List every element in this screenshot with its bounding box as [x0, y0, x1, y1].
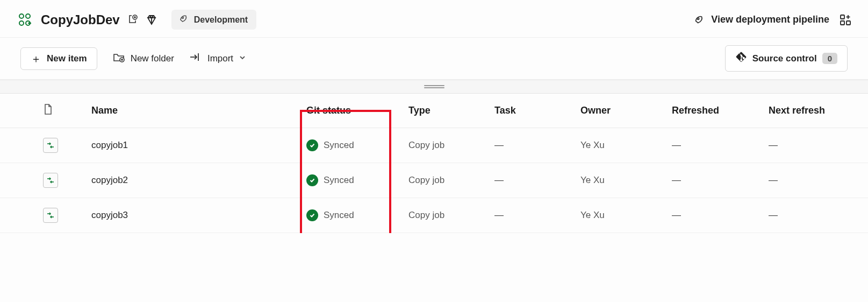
svg-rect-12 [841, 21, 844, 25]
git-status-label: Synced [324, 175, 354, 186]
rocket-icon [692, 13, 705, 26]
col-refreshed[interactable]: Refreshed [666, 94, 763, 128]
item-type: Copy job [403, 128, 489, 163]
new-folder-button[interactable]: New folder [112, 51, 174, 66]
item-owner: Ye Xu [575, 198, 666, 233]
item-task: — [489, 128, 575, 163]
table-row[interactable]: copyjob1 Synced Copy job — Ye Xu — — [0, 128, 868, 163]
create-task-icon[interactable] [127, 14, 139, 26]
item-type: Copy job [403, 198, 489, 233]
apps-icon[interactable] [839, 13, 852, 26]
item-type: Copy job [403, 163, 489, 198]
col-next-refresh[interactable]: Next refresh [763, 94, 868, 128]
item-next-refresh: — [763, 198, 868, 233]
table-header-row: Name Git status Type Task Owner Refreshe… [0, 94, 868, 128]
new-item-label: New item [47, 53, 87, 64]
svg-point-1 [26, 14, 30, 18]
stage-pill[interactable]: Development [171, 10, 256, 30]
item-name[interactable]: copyjob3 [86, 198, 301, 233]
workspace-icon [16, 11, 33, 29]
source-control-badge: 0 [822, 53, 837, 64]
item-refreshed: — [666, 198, 763, 233]
col-task[interactable]: Task [489, 94, 575, 128]
copyjob-item-icon [43, 138, 58, 153]
check-circle-icon [306, 139, 318, 151]
git-status-label: Synced [324, 210, 354, 221]
table-row[interactable]: copyjob3 Synced Copy job — Ye Xu — — [0, 198, 868, 233]
git-status: Synced [306, 174, 398, 186]
copyjob-item-icon [43, 173, 58, 188]
item-name[interactable]: copyjob2 [86, 163, 301, 198]
drag-handle-icon [424, 85, 444, 88]
new-folder-label: New folder [131, 53, 174, 64]
col-git-status[interactable]: Git status [301, 94, 403, 128]
git-status: Synced [306, 139, 398, 151]
col-owner[interactable]: Owner [575, 94, 666, 128]
item-task: — [489, 163, 575, 198]
new-item-button[interactable]: ＋ New item [20, 47, 97, 70]
item-owner: Ye Xu [575, 128, 666, 163]
page-title: CopyJobDev [41, 12, 120, 27]
svg-point-10 [698, 18, 699, 19]
git-icon [735, 51, 747, 66]
diamond-icon[interactable] [146, 14, 157, 26]
item-next-refresh: — [763, 128, 868, 163]
check-circle-icon [306, 209, 318, 221]
stage-label: Development [194, 15, 248, 25]
item-task: — [489, 198, 575, 233]
import-icon [189, 52, 202, 65]
check-circle-icon [306, 174, 318, 186]
item-refreshed: — [666, 163, 763, 198]
folder-plus-icon [112, 51, 125, 66]
plus-icon: ＋ [31, 53, 41, 64]
import-button[interactable]: Import [189, 52, 246, 65]
file-icon [38, 94, 86, 128]
copyjob-item-icon [43, 208, 58, 223]
view-pipeline-link[interactable]: View deployment pipeline [692, 13, 829, 26]
source-control-button[interactable]: Source control 0 [725, 45, 848, 72]
svg-point-9 [182, 17, 183, 19]
items-table: Name Git status Type Task Owner Refreshe… [0, 94, 868, 233]
item-refreshed: — [666, 128, 763, 163]
toolbar: ＋ New item New folder Import [0, 38, 868, 80]
source-control-label: Source control [752, 53, 817, 64]
item-owner: Ye Xu [575, 163, 666, 198]
git-status: Synced [306, 209, 398, 221]
svg-point-0 [19, 14, 24, 18]
svg-rect-13 [847, 21, 850, 25]
rocket-icon [177, 13, 189, 26]
col-type[interactable]: Type [403, 94, 489, 128]
workspace-header: CopyJobDev Develo [0, 0, 868, 38]
item-next-refresh: — [763, 163, 868, 198]
chevron-down-icon [239, 53, 246, 64]
col-name[interactable]: Name [86, 94, 301, 128]
table-row[interactable]: copyjob2 Synced Copy job — Ye Xu — — [0, 163, 868, 198]
import-label: Import [207, 53, 233, 64]
git-status-label: Synced [324, 140, 354, 151]
resize-strip[interactable] [0, 80, 868, 94]
item-name[interactable]: copyjob1 [86, 128, 301, 163]
view-pipeline-label: View deployment pipeline [711, 14, 829, 25]
svg-point-2 [19, 21, 24, 25]
svg-rect-11 [841, 15, 844, 19]
